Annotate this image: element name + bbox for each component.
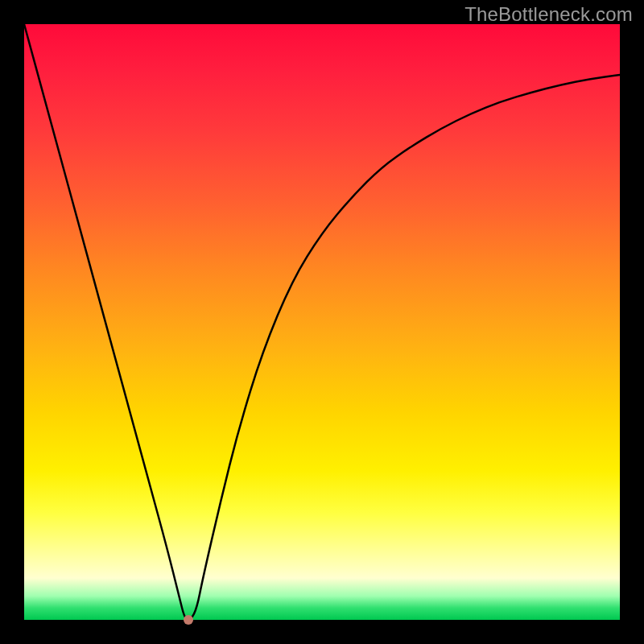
chart-svg [24, 24, 620, 620]
bottleneck-curve [24, 24, 620, 620]
plot-area [24, 24, 620, 620]
min-marker [184, 615, 193, 625]
watermark: TheBottleneck.com [464, 3, 633, 26]
